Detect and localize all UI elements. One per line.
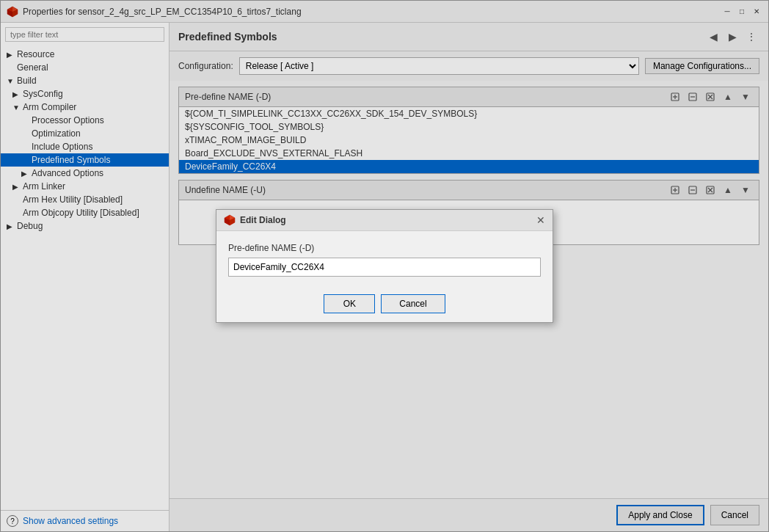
dialog-close-button[interactable]: ✕ [536,214,545,226]
dialog-body: Pre-define NAME (-D) [216,231,553,288]
dialog-footer: OK Cancel [216,288,553,322]
dialog-icon [224,214,236,226]
dialog-title-text: Edit Dialog [240,215,286,225]
dialog-title-bar: Edit Dialog ✕ [216,210,553,231]
dialog-overlay: Edit Dialog ✕ Pre-define NAME (-D) OK Ca… [0,0,769,532]
edit-dialog: Edit Dialog ✕ Pre-define NAME (-D) OK Ca… [216,209,553,323]
dialog-title-content: Edit Dialog [224,214,286,226]
dialog-cancel-button[interactable]: Cancel [381,294,445,313]
dialog-ok-button[interactable]: OK [324,294,375,313]
dialog-field-label: Pre-define NAME (-D) [228,243,541,253]
dialog-input-field[interactable] [228,258,541,277]
